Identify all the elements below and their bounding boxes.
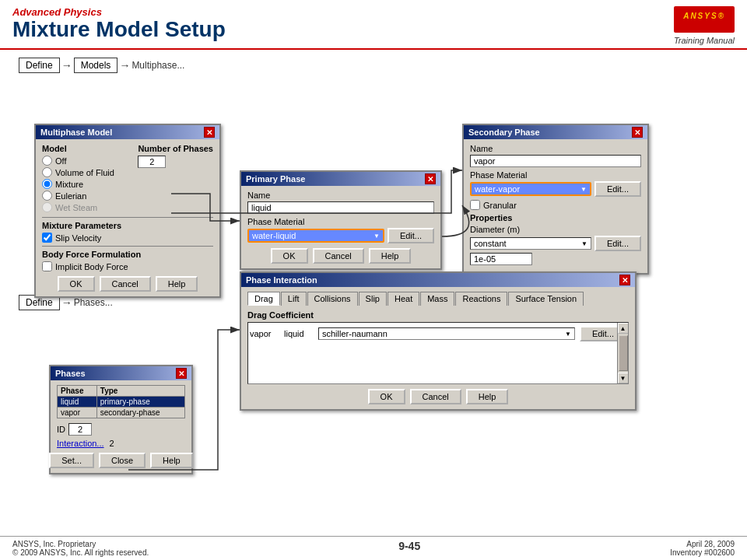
phases-set-button[interactable]: Set... (49, 453, 94, 468)
multiphase-help-button[interactable]: Help (156, 276, 198, 292)
tab-heat[interactable]: Heat (388, 292, 419, 306)
secondary-material-select[interactable]: water-vapor ▼ (470, 182, 591, 196)
tab-surface-tension[interactable]: Surface Tension (508, 292, 584, 306)
diameter-type-arrow: ▼ (581, 240, 587, 247)
slip-velocity-check[interactable]: Slip Velocity (42, 233, 213, 243)
interaction-close-button[interactable]: ✕ (619, 275, 630, 285)
multiphase-title: Multiphase Model (40, 128, 112, 137)
multiphase-text[interactable]: Multiphase... (132, 60, 184, 71)
tab-reactions[interactable]: Reactions (455, 292, 507, 306)
phases-col-phase: Phase (58, 386, 97, 397)
table-row[interactable]: vapor secondary-phase (58, 408, 185, 418)
phases-close-btn[interactable]: Close (99, 453, 146, 468)
tab-collisions[interactable]: Collisions (307, 292, 358, 306)
primary-close-button[interactable]: ✕ (425, 173, 436, 184)
drag-method-select[interactable]: schiller-naumann ▼ (318, 327, 575, 340)
tab-drag[interactable]: Drag (247, 292, 280, 306)
secondary-material-row: water-vapor ▼ Edit... (470, 181, 641, 197)
secondary-phase-window: Secondary Phase ✕ Name vapor Phase Mater… (462, 124, 649, 275)
secondary-material-label: Phase Material (470, 170, 641, 180)
granular-check[interactable]: Granular (470, 200, 641, 210)
multiphase-body: Model Off Volume of Fluid Mixture Euleri… (36, 139, 219, 296)
interaction-body: Drag Lift Collisions Slip Heat Mass Reac… (241, 287, 635, 409)
radio-vof[interactable]: Volume of Fluid (42, 167, 132, 177)
phases-window: Phases ✕ Phase Type liquid primary-phase (49, 365, 193, 474)
radio-eulerian[interactable]: Eulerian (42, 191, 132, 201)
top-nav: Define → Models → Multiphase... (19, 58, 184, 73)
scroll-thumb[interactable] (619, 335, 628, 371)
multiphase-ok-button[interactable]: OK (58, 276, 95, 292)
multiphase-cancel-button[interactable]: Cancel (100, 276, 151, 292)
phases-close-button[interactable]: ✕ (176, 368, 187, 379)
primary-material-arrow: ▼ (374, 233, 380, 240)
interaction-ok-button[interactable]: OK (368, 389, 405, 404)
tab-lift[interactable]: Lift (281, 292, 307, 306)
primary-ok-button[interactable]: OK (271, 248, 308, 264)
secondary-name-input[interactable]: vapor (470, 155, 641, 167)
phases-id-input[interactable]: 2 (68, 423, 92, 436)
main-content: Define → Models → Multiphase... Define →… (0, 50, 747, 532)
primary-phase-window: Primary Phase ✕ Name liquid Phase Materi… (240, 170, 442, 270)
phases-table: Phase Type liquid primary-phase vapor se… (57, 385, 185, 418)
header-left: Advanced Physics Mixture Model Setup (12, 6, 226, 42)
interaction-help-button[interactable]: Help (466, 389, 509, 404)
phases-col-type: Type (96, 386, 184, 397)
subtitle: Advanced Physics (12, 6, 226, 18)
secondary-material-edit-button[interactable]: Edit... (594, 181, 641, 197)
interaction-cancel-button[interactable]: Cancel (410, 389, 461, 404)
primary-material-value: water-liquid (252, 231, 296, 240)
phases-text[interactable]: Phases... (74, 297, 113, 308)
interaction-tabs: Drag Lift Collisions Slip Heat Mass Reac… (247, 292, 629, 306)
drag-coeff-area: vapor liquid schiller-naumann ▼ Edit... … (247, 322, 629, 384)
phase-liquid: liquid (58, 397, 97, 408)
phase-vapor: vapor (58, 408, 97, 418)
footer-left: ANSYS, Inc. Proprietary © 2009 ANSYS, In… (12, 540, 149, 557)
models-box[interactable]: Models (74, 58, 118, 73)
primary-cancel-button[interactable]: Cancel (313, 248, 364, 264)
primary-name-label: Name (247, 191, 434, 200)
secondary-name-label: Name (470, 144, 641, 153)
diameter-value-input[interactable]: 1e-05 (470, 253, 532, 265)
tab-mass[interactable]: Mass (420, 292, 454, 306)
implicit-body-force-check[interactable]: Implicit Body Force (42, 261, 213, 271)
primary-help-button[interactable]: Help (369, 248, 412, 264)
primary-material-edit-button[interactable]: Edit... (388, 228, 434, 243)
primary-title: Primary Phase (246, 174, 305, 184)
secondary-titlebar: Secondary Phase ✕ (464, 125, 647, 139)
secondary-body: Name vapor Phase Material water-vapor ▼ … (464, 139, 647, 273)
diameter-edit-button[interactable]: Edit... (594, 236, 641, 251)
id-label: ID (57, 425, 65, 434)
define-box-top[interactable]: Define (19, 58, 60, 73)
interaction-id: 2 (110, 439, 114, 448)
tab-slip[interactable]: Slip (359, 292, 387, 306)
multiphase-buttons: OK Cancel Help (42, 276, 213, 292)
phases-buttons: Set... Close Help (57, 453, 185, 468)
scroll-down-button[interactable]: ▼ (618, 373, 629, 383)
drag-scrollbar[interactable]: ▲ ▼ (617, 323, 628, 383)
secondary-close-button[interactable]: ✕ (632, 127, 643, 138)
diameter-type-select[interactable]: constant ▼ (470, 237, 591, 250)
drag-col1: vapor (250, 329, 279, 338)
footer-page-number: 9-45 (398, 540, 420, 557)
secondary-name-group: Name vapor (470, 144, 641, 167)
interaction-link[interactable]: Interaction... (57, 439, 104, 448)
phases-titlebar: Phases ✕ (51, 366, 191, 380)
table-row[interactable]: liquid primary-phase (58, 397, 185, 408)
primary-buttons: OK Cancel Help (247, 248, 434, 264)
num-phases-input[interactable]: 2 (138, 156, 166, 168)
diameter-group: Diameter (m) constant ▼ Edit... 1e-05 (470, 225, 641, 265)
primary-material-select[interactable]: water-liquid ▼ (247, 229, 384, 243)
radio-off[interactable]: Off (42, 156, 132, 166)
radio-mixture[interactable]: Mixture (42, 179, 132, 189)
drag-method-arrow: ▼ (565, 331, 571, 338)
type-secondary: secondary-phase (96, 408, 184, 418)
multiphase-model-window: Multiphase Model ✕ Model Off Volume of F… (34, 124, 221, 298)
multiphase-close-button[interactable]: ✕ (204, 127, 215, 138)
logo-tm: ® (718, 12, 725, 20)
primary-name-input[interactable]: liquid (247, 201, 434, 214)
scroll-up-button[interactable]: ▲ (618, 323, 629, 334)
footer-left-line1: ANSYS, Inc. Proprietary (12, 540, 149, 548)
secondary-material-value: water-vapor (475, 184, 520, 194)
phases-help-button[interactable]: Help (150, 453, 193, 468)
radio-wet-steam[interactable]: Wet Steam (42, 202, 132, 212)
